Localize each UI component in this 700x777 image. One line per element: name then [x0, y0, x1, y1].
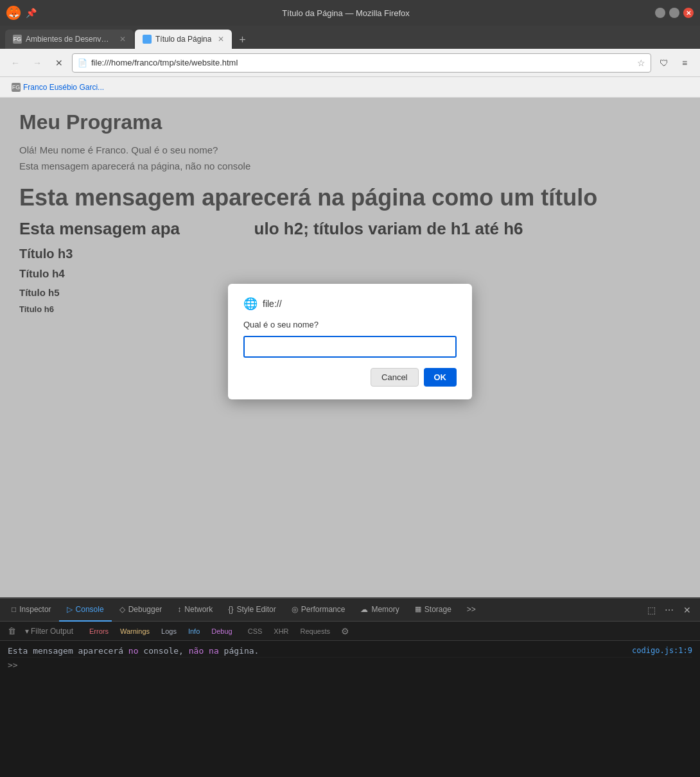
console-line-text: Esta mensagem aparecerá no console, não …: [8, 646, 627, 656]
tab-1[interactable]: FG Ambientes de Desenvolvimen... ✕: [5, 30, 134, 49]
forward-button[interactable]: →: [28, 54, 46, 72]
tab2-close-icon[interactable]: ✕: [218, 35, 224, 44]
menu-button[interactable]: ≡: [676, 54, 694, 72]
filter-requests-button[interactable]: Requests: [296, 627, 335, 636]
storage-icon: ▦: [415, 605, 421, 613]
reload-button[interactable]: ✕: [50, 54, 68, 72]
back-button[interactable]: ←: [6, 54, 24, 72]
devtools-toolbar: □ Inspector ▷ Console ◇ Debugger ↕ Netwo…: [0, 598, 700, 622]
console-filter-bar: 🗑 ▾ Filter Output Errors Warnings Logs I…: [0, 622, 700, 641]
nav-extra-buttons: 🛡 ≡: [655, 54, 694, 72]
debugger-label: Debugger: [128, 605, 162, 614]
devtools-close-button[interactable]: ✕: [678, 601, 696, 619]
filter-css-button[interactable]: CSS: [243, 627, 267, 636]
devtools-tab-performance[interactable]: ◎ Performance: [284, 598, 353, 622]
dialog-origin: file://: [263, 299, 282, 309]
console-prompt-symbol: >>: [8, 660, 18, 670]
browser-window: 🦊 📌 Título da Página — Mozilla Firefox ∨…: [0, 0, 700, 777]
inspector-icon: □: [12, 605, 16, 614]
dialog-cancel-button[interactable]: Cancel: [371, 368, 418, 387]
dialog-input[interactable]: [243, 336, 457, 358]
bookmarks-bar: FG Franco Eusébio Garci...: [0, 77, 700, 98]
firefox-icon: 🦊: [6, 6, 21, 20]
devtools-tab-storage[interactable]: ▦ Storage: [407, 598, 459, 622]
devtools-tab-debugger[interactable]: ◇ Debugger: [112, 598, 170, 622]
filter-xhr-button[interactable]: XHR: [269, 627, 293, 636]
filter-output-button[interactable]: ▾ Filter Output: [22, 625, 76, 637]
clear-console-button[interactable]: 🗑: [5, 625, 19, 637]
new-tab-button[interactable]: +: [233, 31, 251, 49]
console-line-1: Esta mensagem aparecerá no console, não …: [8, 645, 692, 658]
memory-label: Memory: [371, 605, 399, 614]
nav-bar: ← → ✕ 📄 ☆ 🛡 ≡: [0, 49, 700, 77]
prompt-dialog: 🌐 file:// Qual é o seu nome? Cancel OK: [228, 284, 472, 399]
devtools-tab-inspector[interactable]: □ Inspector: [4, 598, 59, 622]
bookmark-label: Franco Eusébio Garci...: [23, 83, 104, 92]
devtools-tab-more[interactable]: >>: [459, 598, 484, 622]
bookmark-favicon: FG: [12, 83, 21, 92]
filter-warnings-button[interactable]: Warnings: [116, 627, 154, 636]
bookmark-franco[interactable]: FG Franco Eusébio Garci...: [6, 82, 109, 93]
style-editor-label: Style Editor: [236, 605, 276, 614]
filter-errors-button[interactable]: Errors: [85, 627, 113, 636]
dialog-prompt-label: Qual é o seu nome?: [243, 320, 457, 329]
devtools-more-options-button[interactable]: ⋯: [660, 601, 678, 619]
window-controls: ∨ ∧ ✕: [655, 8, 694, 18]
performance-label: Performance: [301, 605, 346, 614]
shield-button[interactable]: 🛡: [655, 54, 673, 72]
more-tools-icon: >>: [467, 605, 476, 614]
console-output: Esta mensagem aparecerá no console, não …: [0, 641, 700, 777]
network-label: Network: [184, 605, 213, 614]
console-line-source[interactable]: codigo.js:1:9: [632, 646, 692, 655]
tab2-label: Título da Página: [155, 35, 211, 44]
tab-bar: FG Ambientes de Desenvolvimen... ✕ Títul…: [0, 26, 700, 49]
page-icon: 📄: [78, 58, 87, 67]
filter-tags: Errors Warnings Logs Info Debug: [85, 627, 237, 636]
address-bar-container: 📄 ☆: [72, 53, 651, 73]
devtools-pick-element-button[interactable]: ⬚: [642, 601, 660, 619]
tab1-label: Ambientes de Desenvolvimen...: [26, 35, 113, 44]
tab2-favicon: [143, 35, 152, 44]
filter-icon: ▾: [25, 627, 29, 636]
tab1-favicon: FG: [13, 35, 22, 44]
memory-icon: ☁: [360, 605, 368, 614]
page-area: Meu Programa Olá! Meu nome é Franco. Qua…: [0, 98, 700, 597]
console-label: Console: [76, 605, 104, 614]
style-editor-icon: {}: [228, 605, 233, 614]
pin-icon: 📌: [26, 8, 37, 18]
devtools-panel: □ Inspector ▷ Console ◇ Debugger ↕ Netwo…: [0, 597, 700, 777]
storage-label: Storage: [424, 605, 451, 614]
globe-icon: 🌐: [243, 297, 258, 311]
filter-info-button[interactable]: Info: [184, 627, 204, 636]
filter-logs-button[interactable]: Logs: [157, 627, 181, 636]
window-title: Título da Página — Mozilla Firefox: [42, 8, 650, 18]
debugger-icon: ◇: [119, 605, 125, 614]
address-input[interactable]: [91, 58, 633, 67]
title-bar: 🦊 📌 Título da Página — Mozilla Firefox ∨…: [0, 0, 700, 26]
console-icon: ▷: [67, 605, 73, 614]
devtools-tab-style-editor[interactable]: {} Style Editor: [220, 598, 283, 622]
close-button[interactable]: ✕: [683, 8, 694, 18]
devtools-tab-network[interactable]: ↕ Network: [170, 598, 220, 622]
dialog-ok-button[interactable]: OK: [424, 368, 457, 387]
devtools-tab-console[interactable]: ▷ Console: [59, 598, 112, 622]
dialog-header: 🌐 file://: [243, 297, 457, 311]
console-settings-button[interactable]: ⚙: [338, 625, 352, 638]
performance-icon: ◎: [292, 605, 298, 614]
devtools-tab-memory[interactable]: ☁ Memory: [353, 598, 407, 622]
console-prompt: >>: [8, 658, 692, 672]
minimize-button[interactable]: ∨: [655, 8, 665, 18]
filter-extra-tags: CSS XHR Requests: [243, 627, 335, 636]
dialog-buttons: Cancel OK: [243, 368, 457, 387]
bookmark-star-icon[interactable]: ☆: [637, 58, 645, 68]
maximize-button[interactable]: ∧: [669, 8, 679, 18]
tab1-close-icon[interactable]: ✕: [119, 35, 126, 44]
filter-output-label: Filter Output: [31, 627, 73, 636]
network-icon: ↕: [177, 605, 181, 614]
tab-2[interactable]: Título da Página ✕: [135, 30, 232, 49]
filter-debug-button[interactable]: Debug: [207, 627, 236, 636]
inspector-label: Inspector: [19, 605, 51, 614]
